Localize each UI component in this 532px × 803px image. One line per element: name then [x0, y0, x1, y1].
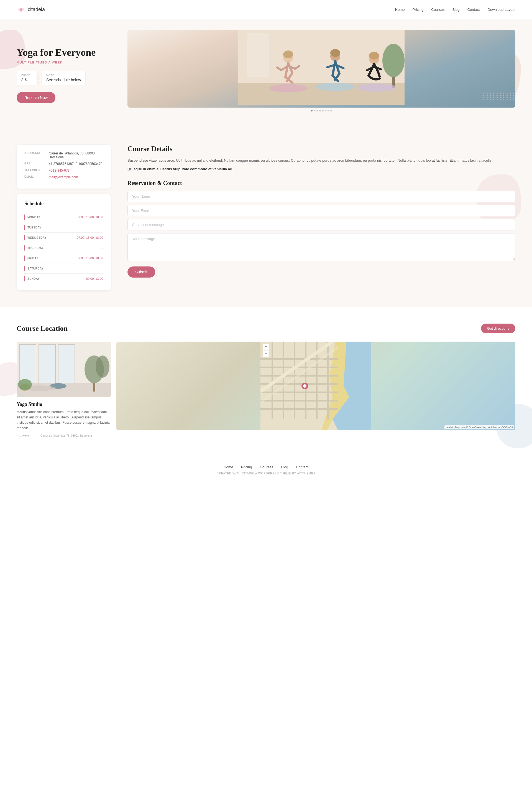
- name-input[interactable]: [128, 191, 515, 202]
- schedule-day-label: Monday: [27, 216, 40, 219]
- hero-section: Yoga for Everyone Multiple times a week …: [0, 19, 532, 128]
- schedule-monday: Monday 07:00, 15:00, 18:00: [24, 212, 103, 222]
- svg-point-7: [269, 84, 307, 92]
- svg-point-9: [358, 84, 396, 92]
- carousel-dot[interactable]: [314, 110, 315, 111]
- gps-label: GPS:: [24, 162, 46, 165]
- schedule-bar: [24, 214, 25, 220]
- navbar: citadela Home Pricing Courses Blog Conta…: [0, 0, 532, 19]
- price-note-container: PRICE: 8 € NOTE: See schedule below: [17, 71, 111, 86]
- svg-point-5: [382, 44, 404, 77]
- carousel-dot[interactable]: [317, 110, 318, 111]
- address-value: Carrer de l'Atlàntida, 78, 08003 Barcelo…: [49, 151, 103, 159]
- reservation-form-container: Reservation & Contact Submit: [128, 180, 515, 277]
- telephone-row: TELEPHONE: +012-345-678: [24, 169, 103, 172]
- footer-courses[interactable]: Courses: [260, 465, 273, 469]
- svg-rect-41: [294, 342, 296, 419]
- carousel-dot[interactable]: [325, 110, 326, 111]
- schedule-bar: [24, 276, 25, 281]
- schedule-day-label: Saturday: [27, 267, 43, 270]
- schedule-day-label: Sunday: [27, 277, 40, 280]
- reservation-title: Reservation & Contact: [128, 180, 515, 186]
- carousel-dot[interactable]: [322, 110, 324, 111]
- footer-blog[interactable]: Blog: [281, 465, 288, 469]
- email-input[interactable]: [128, 205, 515, 216]
- price-box: PRICE: 8 €: [17, 71, 36, 86]
- nav-download[interactable]: Download Layout: [488, 7, 515, 12]
- schedule-saturday: Saturday –: [24, 263, 103, 274]
- gps-row: GPS: 41.37685751387, 2.1907639503479: [24, 162, 103, 166]
- schedule-day-wrapper: Thursday: [24, 245, 44, 251]
- schedule-bar: [24, 235, 25, 240]
- svg-rect-17: [19, 344, 36, 383]
- carousel-dot[interactable]: [319, 110, 321, 111]
- telephone-label: TELEPHONE:: [24, 169, 46, 172]
- schedule-day-wrapper: Tuesday: [24, 224, 41, 230]
- telephone-link[interactable]: +012-345-678: [49, 169, 70, 172]
- reserve-button[interactable]: Reserve Now: [17, 92, 55, 103]
- email-link[interactable]: mail@example.com: [49, 175, 78, 179]
- carousel-dot[interactable]: [311, 110, 312, 111]
- schedule-day-wrapper: Monday: [24, 214, 40, 220]
- studio-svg: [17, 342, 111, 397]
- footer-contact[interactable]: Contact: [296, 465, 308, 469]
- nav-courses[interactable]: Courses: [431, 7, 444, 12]
- schedule-day-label: Thursday: [27, 247, 44, 250]
- email-value: mail@example.com: [49, 175, 78, 179]
- footer-home[interactable]: Home: [224, 465, 233, 469]
- hero-title: Yoga for Everyone: [17, 47, 111, 58]
- footer: Home Pricing Courses Blog Contact Create…: [0, 454, 532, 482]
- location-header: Course Location Get directions: [17, 324, 515, 333]
- svg-point-25: [96, 355, 110, 378]
- brand-logo[interactable]: citadela: [17, 5, 45, 14]
- map-container[interactable]: + − Leaflet | Map data © OpenStreetMap c…: [116, 342, 515, 430]
- schedule-time: 07:00, 15:00, 18:00: [77, 236, 103, 239]
- studio-address-label: ADDRESS:: [17, 434, 39, 437]
- course-details-title: Course Details: [128, 145, 515, 153]
- subject-input[interactable]: [128, 219, 515, 231]
- schedule-day-label: Friday: [27, 257, 38, 260]
- info-card: ADDRESS: Carrer de l'Atlàntida, 78, 0800…: [17, 145, 111, 188]
- schedule-bar: [24, 245, 25, 251]
- main-content: ADDRESS: Carrer de l'Atlàntida, 78, 0800…: [0, 128, 532, 307]
- svg-point-15: [369, 52, 379, 60]
- get-directions-button[interactable]: Get directions: [481, 324, 515, 333]
- svg-point-11: [283, 51, 293, 58]
- studio-address-row: ADDRESS: Carrer de l'Atlàntida, 78, 0800…: [17, 434, 111, 437]
- nav-pricing[interactable]: Pricing: [413, 7, 424, 12]
- footer-pricing[interactable]: Pricing: [241, 465, 252, 469]
- nav-contact[interactable]: Contact: [468, 7, 480, 12]
- address-row: ADDRESS: Carrer de l'Atlàntida, 78, 0800…: [24, 151, 103, 159]
- submit-button[interactable]: Submit: [128, 267, 155, 277]
- svg-rect-26: [93, 383, 95, 391]
- nav-home[interactable]: Home: [395, 7, 405, 12]
- telephone-value: +012-345-678: [49, 169, 70, 172]
- schedule-sunday: Sunday 09:00, 13:00: [24, 274, 103, 284]
- hero-image-area: [128, 30, 515, 111]
- schedule-day-wrapper: Wednesday: [24, 235, 46, 240]
- schedule-thursday: Thursday –: [24, 243, 103, 253]
- address-label: ADDRESS:: [24, 151, 46, 154]
- hero-subtitle: Multiple times a week: [17, 61, 111, 64]
- yoga-image-placeholder: [128, 30, 515, 108]
- schedule-card: Schedule Monday 07:00, 15:00, 18:00 Tues…: [17, 194, 111, 290]
- studio-description: Mauris varius tincidunt interdum. Proin …: [17, 409, 111, 431]
- schedule-none: –: [101, 267, 103, 270]
- location-title: Course Location: [17, 324, 68, 333]
- left-column: ADDRESS: Carrer de l'Atlàntida, 78, 0800…: [17, 145, 111, 290]
- nav-blog[interactable]: Blog: [453, 7, 460, 12]
- schedule-tuesday: Tuesday –: [24, 222, 103, 233]
- reservation-section: Reservation & Contact Submit: [128, 180, 515, 277]
- brand-name: citadela: [28, 7, 45, 13]
- carousel-dot[interactable]: [327, 110, 329, 111]
- email-row: EMAIL: mail@example.com: [24, 175, 103, 179]
- schedule-day-wrapper: Saturday: [24, 266, 43, 271]
- schedule-bar: [24, 266, 25, 271]
- carousel-dot[interactable]: [330, 110, 332, 111]
- price-value: 8 €: [21, 78, 26, 82]
- message-input[interactable]: [128, 233, 515, 261]
- nav-links: Home Pricing Courses Blog Contact Downlo…: [395, 7, 515, 12]
- note-box: NOTE: See schedule below: [41, 71, 86, 86]
- map-svg: + −: [116, 342, 515, 430]
- yoga-scene-svg: [128, 30, 515, 105]
